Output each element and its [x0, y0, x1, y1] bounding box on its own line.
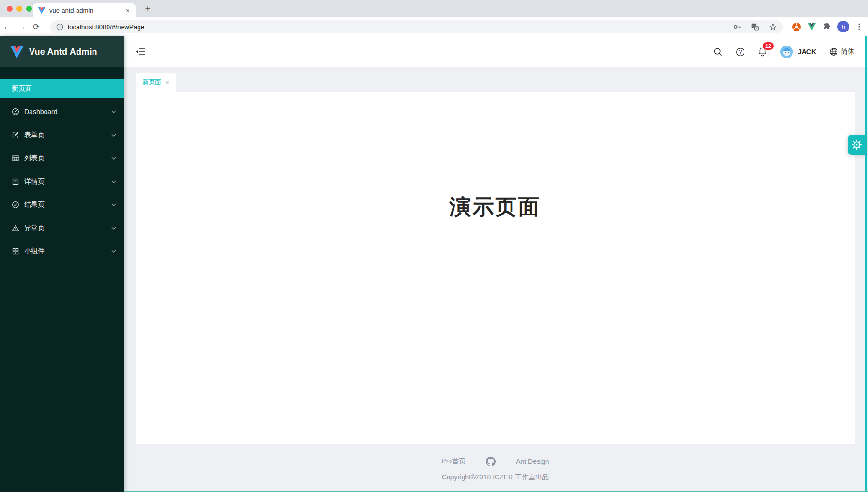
sidebar-item-label: 结果页 — [24, 200, 111, 209]
svg-text:文: 文 — [755, 26, 758, 30]
url-text[interactable]: localhost:8080/#/newPage — [68, 23, 733, 31]
content-panel: 演示页面 — [136, 92, 855, 444]
sidebar: Vue Antd Admin 新页面 Dashboard — [0, 36, 124, 492]
back-icon[interactable]: ← — [0, 22, 15, 31]
sidebar-menu: 新页面 Dashboard 表单页 — [0, 67, 124, 261]
browser-tab-title: vue-antd-admin — [49, 7, 125, 14]
language-switch[interactable]: 简体 — [829, 47, 854, 57]
dashboard-icon — [12, 108, 19, 116]
app-logo[interactable]: Vue Antd Admin — [0, 36, 124, 67]
browser-toolbar: ← → ⟳ localhost:8080/#/newPage G文 — [0, 17, 868, 36]
window-close-button[interactable] — [7, 6, 13, 12]
header-actions: ? 12 JACK 简体 — [701, 46, 854, 58]
sidebar-item-label: 详情页 — [24, 177, 111, 186]
browser-menu-kebab-icon[interactable] — [855, 22, 863, 31]
forward-icon[interactable]: → — [15, 22, 29, 31]
site-info-icon[interactable] — [56, 23, 63, 31]
window-zoom-button[interactable] — [26, 6, 32, 12]
browser-tab[interactable]: vue-antd-admin × — [33, 3, 136, 17]
menu-fold-icon[interactable] — [136, 47, 145, 56]
table-icon — [12, 154, 19, 162]
sidebar-item-label: 表单页 — [24, 131, 111, 139]
chevron-down-icon — [111, 134, 116, 137]
sidebar-item-widgets[interactable]: 小组件 — [0, 242, 124, 261]
user-name[interactable]: JACK — [798, 48, 816, 56]
new-tab-button[interactable]: + — [142, 4, 153, 15]
sidebar-item-label: 列表页 — [24, 154, 111, 163]
browser-tabstrip: vue-antd-admin × + — [0, 0, 868, 17]
sidebar-item-dashboard[interactable]: Dashboard — [0, 102, 124, 122]
app-title: Vue Antd Admin — [29, 47, 97, 57]
globe-icon — [829, 47, 838, 57]
language-label: 简体 — [841, 47, 854, 56]
chevron-down-icon — [111, 250, 116, 253]
app-root: Vue Antd Admin 新页面 Dashboard — [0, 36, 868, 492]
page-tab-close-icon[interactable]: × — [165, 79, 169, 86]
footer-link-ant[interactable]: Ant Design — [516, 458, 549, 465]
theme-settings-button[interactable] — [848, 135, 866, 155]
chevron-down-icon — [111, 157, 116, 160]
favicon-vue-icon — [38, 7, 46, 14]
user-avatar[interactable] — [780, 46, 793, 58]
sidebar-item-label: 异常页 — [24, 224, 111, 232]
vue-devtools-icon[interactable] — [807, 23, 816, 31]
sidebar-item-label: Dashboard — [24, 108, 111, 116]
sidebar-item-label: 新页面 — [12, 84, 116, 93]
bookmark-star-icon[interactable] — [769, 23, 777, 31]
notification-bell-icon[interactable]: 12 — [758, 47, 768, 57]
footer-link-pro[interactable]: Pro首页 — [441, 457, 465, 466]
page-title: 演示页面 — [136, 193, 855, 221]
notification-badge: 12 — [762, 42, 774, 50]
window-minimize-button[interactable] — [16, 6, 22, 12]
svg-text:?: ? — [739, 49, 742, 55]
reload-icon[interactable]: ⟳ — [29, 22, 44, 32]
tab-close-icon[interactable]: × — [125, 7, 131, 15]
block-icon — [12, 247, 19, 255]
chevron-down-icon — [111, 110, 116, 113]
help-icon[interactable]: ? — [736, 47, 745, 57]
page-tab-active[interactable]: 新页面 × — [136, 73, 176, 92]
sidebar-item-detail[interactable]: 详情页 — [0, 172, 124, 191]
check-circle-icon — [12, 201, 19, 209]
password-key-icon[interactable] — [733, 23, 741, 31]
github-icon[interactable] — [486, 457, 496, 466]
main-area: ? 12 JACK 简体 — [124, 36, 868, 492]
extensions-puzzle-icon[interactable] — [822, 22, 831, 31]
warning-icon — [12, 224, 19, 232]
chevron-down-icon — [111, 227, 116, 230]
sidebar-item-label: 小组件 — [24, 247, 111, 256]
extension-orange-icon[interactable] — [792, 22, 801, 31]
sidebar-item-new-page[interactable]: 新页面 — [0, 79, 124, 98]
sidebar-item-exception[interactable]: 异常页 — [0, 218, 124, 238]
sidebar-item-list[interactable]: 列表页 — [0, 149, 124, 168]
extensions-area: h — [792, 19, 863, 34]
page-footer: Pro首页 Ant Design Copyright©2018 ICZER 工作… — [136, 457, 855, 482]
sidebar-item-form[interactable]: 表单页 — [0, 125, 124, 145]
sidebar-item-result[interactable]: 结果页 — [0, 195, 124, 215]
search-icon[interactable] — [713, 47, 723, 57]
copyright-text: Copyright©2018 ICZER 工作室出品 — [136, 473, 855, 482]
profile-icon — [12, 178, 19, 185]
page-tab-label: 新页面 — [142, 78, 161, 87]
browser-window: vue-antd-admin × + ← → ⟳ localhost:8080/… — [0, 0, 868, 492]
address-bar[interactable]: localhost:8080/#/newPage G文 — [50, 20, 783, 33]
translate-icon[interactable]: G文 — [751, 23, 759, 31]
drawer-edge-line — [865, 36, 867, 492]
chevron-down-icon — [111, 203, 116, 206]
chevron-down-icon — [111, 180, 116, 183]
form-icon — [12, 131, 19, 139]
browser-profile-avatar[interactable]: h — [837, 21, 849, 32]
app-header: ? 12 JACK 简体 — [124, 36, 868, 67]
vue-logo-icon — [10, 46, 24, 59]
gear-icon — [852, 139, 862, 150]
